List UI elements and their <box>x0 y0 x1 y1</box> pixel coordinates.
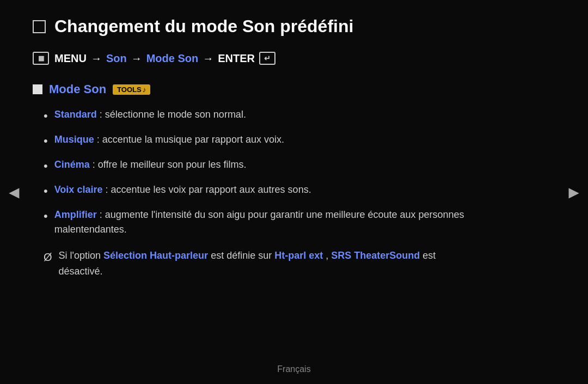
note-middle: est définie sur <box>211 250 274 261</box>
item-content: Musique : accentue la musique par rappor… <box>54 132 284 147</box>
menu-icon: ▦ <box>33 52 49 65</box>
breadcrumb-arrow3: → <box>203 52 213 65</box>
breadcrumb-menu: MENU <box>54 52 87 65</box>
list-item: Amplifier : augmente l'intensité du son … <box>44 208 479 237</box>
nav-arrow-right[interactable]: ► <box>565 182 583 202</box>
breadcrumb-mode-son: Mode Son <box>146 52 199 65</box>
note-block: Ø Si l'option Sélection Haut-parleur est… <box>33 248 479 279</box>
desc-amplifier: : augmente l'intensité du son aigu pour … <box>54 209 464 235</box>
breadcrumb-son: Son <box>106 52 127 65</box>
breadcrumb-arrow2: → <box>131 52 142 65</box>
desc-musique: : accentue la musique par rapport aux vo… <box>97 134 284 145</box>
desc-cinema: : offre le meilleur son pour les films. <box>93 159 247 170</box>
section-header: Mode Son TOOLS ♪ <box>33 82 479 96</box>
page-title: Changement du mode Son prédéfini <box>54 16 353 36</box>
main-content: Changement du mode Son prédéfini ▦ MENU … <box>0 0 523 296</box>
list-item: Musique : accentue la musique par rappor… <box>44 132 479 150</box>
page-title-block: Changement du mode Son prédéfini <box>33 16 479 36</box>
note-link2: Ht-parl ext <box>274 250 323 261</box>
item-content: Cinéma : offre le meilleur son pour les … <box>54 157 247 172</box>
list-item: Voix claire : accentue les voix par rapp… <box>44 182 479 200</box>
note-link3: SRS TheaterSound <box>331 250 420 261</box>
breadcrumb-arrow1: → <box>91 52 102 65</box>
nav-arrow-left[interactable]: ◄ <box>5 182 23 202</box>
desc-voix-claire: : accentue les voix par rapport aux autr… <box>105 184 311 195</box>
term-cinema: Cinéma <box>54 159 90 170</box>
footer-language: Français <box>277 364 310 374</box>
term-voix-claire: Voix claire <box>54 184 103 195</box>
breadcrumb-enter-text: ENTER <box>218 52 255 65</box>
section-title: Mode Son <box>49 82 106 96</box>
note-link1: Sélection Haut-parleur <box>103 250 208 261</box>
bullet-list: Standard : sélectionne le mode son norma… <box>33 107 479 237</box>
note-prefix: Si l'option <box>59 250 104 261</box>
list-item: Standard : sélectionne le mode son norma… <box>44 107 479 125</box>
checkbox-icon <box>33 20 46 33</box>
enter-icon: ↵ <box>259 52 275 65</box>
note-icon: Ø <box>44 248 52 266</box>
desc-standard: : sélectionne le mode son normal. <box>100 109 246 120</box>
term-musique: Musique <box>54 134 94 145</box>
note-comma: , <box>326 250 331 261</box>
term-standard: Standard <box>54 109 97 120</box>
footer: Français <box>277 364 310 374</box>
term-amplifier: Amplifier <box>54 209 97 220</box>
item-content: Standard : sélectionne le mode son norma… <box>54 107 246 122</box>
breadcrumb: ▦ MENU → Son → Mode Son → ENTER ↵ <box>33 52 479 65</box>
item-content: Amplifier : augmente l'intensité du son … <box>54 208 479 237</box>
tools-badge: TOOLS ♪ <box>113 84 150 95</box>
note-text: Si l'option Sélection Haut-parleur est d… <box>59 248 479 279</box>
item-content: Voix claire : accentue les voix par rapp… <box>54 182 311 197</box>
square-icon <box>33 84 42 94</box>
list-item: Cinéma : offre le meilleur son pour les … <box>44 157 479 175</box>
